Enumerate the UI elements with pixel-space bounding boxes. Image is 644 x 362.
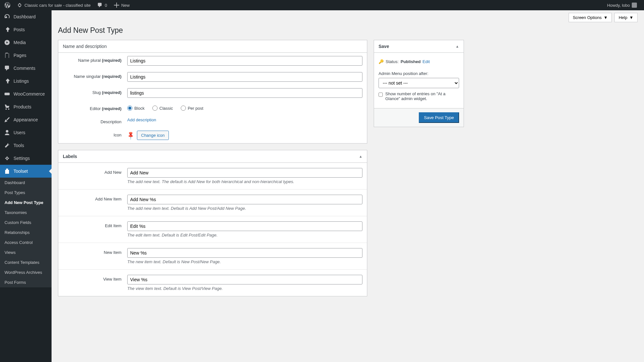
label-row: View Item The view item text. Default is… bbox=[58, 269, 367, 296]
change-icon-button[interactable]: Change icon bbox=[137, 131, 169, 140]
collapse-icon[interactable]: ▲ bbox=[456, 44, 459, 48]
panel-name-description: Name and description Name plural (requir… bbox=[58, 40, 367, 144]
menu-media[interactable]: Media bbox=[0, 36, 52, 49]
submenu-content-templates[interactable]: Content Templates bbox=[0, 257, 52, 267]
menu-listings[interactable]: Listings bbox=[0, 75, 52, 88]
svg-rect-0 bbox=[5, 93, 10, 95]
label-field-help: The edit item text. Default is Edit Post… bbox=[127, 233, 362, 237]
pin-icon bbox=[4, 78, 10, 84]
label-field-label: New Item bbox=[63, 248, 127, 255]
label-row: New Item The new item text. Default is N… bbox=[58, 243, 367, 269]
menu-woocommerce[interactable]: WooCommerce bbox=[0, 88, 52, 100]
woo-icon bbox=[4, 91, 10, 97]
submenu-relationships[interactable]: Relationships bbox=[0, 227, 52, 237]
slug-label: Slug (required) bbox=[63, 88, 127, 95]
toolset-submenu: Dashboard Post Types Add New Post Type T… bbox=[0, 178, 52, 287]
label-row: Edit Item The edit item text. Default is… bbox=[58, 216, 367, 243]
menu-appearance[interactable]: Appearance bbox=[0, 113, 52, 126]
main-content: Screen Options ▼ Help ▼ Add New Post Typ… bbox=[52, 10, 644, 362]
label-field-input[interactable] bbox=[127, 221, 362, 231]
panel-save-header[interactable]: Save▲ bbox=[374, 40, 464, 53]
icon-label: Icon bbox=[63, 131, 127, 137]
new-label: New bbox=[121, 3, 130, 8]
new-link[interactable]: New bbox=[111, 0, 131, 10]
menu-tools[interactable]: Tools bbox=[0, 139, 52, 152]
label-field-input[interactable] bbox=[127, 168, 362, 178]
label-row: Add New The add new text. The default is… bbox=[58, 163, 367, 189]
toolset-icon bbox=[4, 168, 10, 174]
comments-count: 0 bbox=[105, 3, 107, 8]
menu-toolset[interactable]: Toolset bbox=[0, 165, 52, 178]
chevron-down-icon: ▼ bbox=[604, 15, 608, 20]
panel-labels-header[interactable]: Labels▲ bbox=[58, 150, 367, 163]
key-icon: 🔑 bbox=[379, 59, 384, 64]
menu-position-select[interactable]: --- not set --- bbox=[379, 78, 459, 88]
admin-bar: Classic cars for sale - classified site … bbox=[0, 0, 644, 10]
menu-posts[interactable]: Posts bbox=[0, 23, 52, 36]
label-field-input[interactable] bbox=[127, 195, 362, 204]
submenu-dashboard[interactable]: Dashboard bbox=[0, 178, 52, 188]
add-description-link[interactable]: Add description bbox=[127, 117, 156, 122]
description-label: Description bbox=[63, 117, 127, 124]
status-line: 🔑 Status: Published Edit bbox=[379, 57, 459, 67]
user-greeting[interactable]: Howdy, lobo bbox=[605, 0, 639, 10]
site-link[interactable]: Classic cars for sale - classified site bbox=[15, 0, 92, 10]
label-field-input[interactable] bbox=[127, 275, 362, 284]
current-icon: 📌 bbox=[126, 130, 136, 140]
label-field-label: Add New Item bbox=[63, 195, 127, 201]
name-singular-label: Name singular (required) bbox=[63, 72, 127, 79]
help-tab[interactable]: Help ▼ bbox=[614, 13, 638, 22]
tools-icon bbox=[4, 142, 10, 149]
submenu-access-control[interactable]: Access Control bbox=[0, 237, 52, 247]
slug-input[interactable] bbox=[127, 88, 362, 98]
at-glance-checkbox[interactable]: Show number of entries on "At a Glance" … bbox=[379, 88, 459, 104]
media-icon bbox=[4, 39, 10, 46]
submenu-wordpress-archives[interactable]: WordPress Archives bbox=[0, 267, 52, 277]
submenu-custom-fields[interactable]: Custom Fields bbox=[0, 218, 52, 227]
panel-header: Name and description bbox=[58, 40, 367, 53]
screen-options-tab[interactable]: Screen Options ▼ bbox=[569, 13, 612, 22]
editor-block-radio[interactable]: Block bbox=[127, 106, 145, 111]
label-field-label: Add New bbox=[63, 168, 127, 175]
menu-pages[interactable]: Pages bbox=[0, 49, 52, 62]
editor-label: Editor (required) bbox=[63, 104, 127, 111]
page-title: Add New Post Type bbox=[58, 26, 638, 35]
editor-classic-radio[interactable]: Classic bbox=[152, 106, 173, 111]
admin-sidebar: Dashboard Posts Media Pages Comments Lis… bbox=[0, 10, 52, 362]
menu-users[interactable]: Users bbox=[0, 126, 52, 139]
label-row: Add New Item The add new item text. Defa… bbox=[58, 189, 367, 216]
name-plural-input[interactable] bbox=[127, 56, 362, 66]
label-field-help: The add new text. The default is Add New… bbox=[127, 179, 362, 184]
label-field-label: Edit Item bbox=[63, 221, 127, 228]
chevron-down-icon: ▼ bbox=[629, 15, 633, 20]
products-icon bbox=[4, 104, 10, 110]
edit-status-link[interactable]: Edit bbox=[423, 59, 430, 64]
submenu-views[interactable]: Views bbox=[0, 247, 52, 257]
pin-icon bbox=[4, 26, 10, 33]
site-name: Classic cars for sale - classified site bbox=[24, 3, 91, 8]
label-field-input[interactable] bbox=[127, 248, 362, 258]
label-field-help: The new item text. Default is New Post/N… bbox=[127, 259, 362, 264]
menu-dashboard[interactable]: Dashboard bbox=[0, 10, 52, 23]
comments-link[interactable]: 0 bbox=[95, 0, 109, 10]
label-field-label: View Item bbox=[63, 275, 127, 282]
collapse-icon[interactable]: ▲ bbox=[359, 154, 362, 158]
pages-icon bbox=[4, 52, 10, 59]
save-post-type-button[interactable]: Save Post Type bbox=[419, 112, 459, 123]
menu-settings[interactable]: Settings bbox=[0, 152, 52, 165]
menu-products[interactable]: Products bbox=[0, 100, 52, 113]
label-field-help: The add new item text. Default is Add Ne… bbox=[127, 206, 362, 211]
label-field-help: The view item text. Default is View Post… bbox=[127, 286, 362, 291]
appearance-icon bbox=[4, 116, 10, 123]
editor-perpost-radio[interactable]: Per post bbox=[181, 106, 203, 111]
submenu-taxonomies[interactable]: Taxonomies bbox=[0, 208, 52, 218]
settings-icon bbox=[4, 155, 10, 162]
menu-comments[interactable]: Comments bbox=[0, 62, 52, 75]
name-singular-input[interactable] bbox=[127, 72, 362, 82]
submenu-add-new-post-type[interactable]: Add New Post Type bbox=[0, 198, 52, 208]
submenu-post-forms[interactable]: Post Forms bbox=[0, 277, 52, 287]
comments-icon bbox=[4, 65, 10, 71]
users-icon bbox=[4, 129, 10, 136]
submenu-post-types[interactable]: Post Types bbox=[0, 188, 52, 198]
wp-logo[interactable] bbox=[3, 0, 12, 10]
